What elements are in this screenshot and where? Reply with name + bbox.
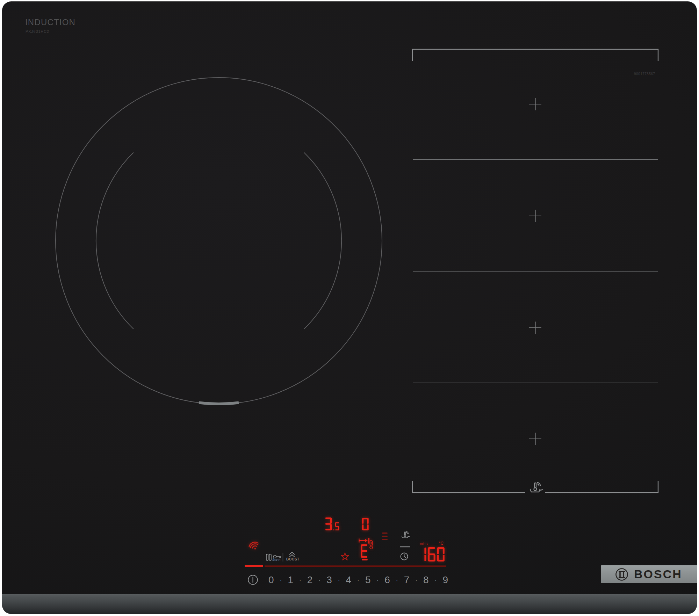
- timer-unit-min-s: min s: [420, 542, 428, 545]
- scale-dot: ·: [299, 576, 301, 584]
- timer-unit-celsius: °C: [439, 541, 444, 546]
- bosch-badge: BOSCH: [601, 565, 697, 583]
- pan-position-arrow-icon: [359, 538, 369, 543]
- scale-dot: ·: [415, 576, 417, 584]
- power-slider-track[interactable]: [265, 566, 446, 567]
- left-zone-inner-arc-right: [304, 153, 341, 329]
- scale-dot: ·: [338, 576, 340, 584]
- pause-icon[interactable]: [266, 554, 271, 560]
- sensor-level-display: [361, 544, 369, 559]
- scale-dot: ·: [396, 576, 398, 584]
- right-zone-power-display: [362, 518, 370, 532]
- power-scale[interactable]: 0·1·2·3·4·5·6·7·8·9: [268, 574, 448, 586]
- boost-label[interactable]: BOOST: [286, 557, 300, 561]
- bosch-logo-text: BOSCH: [634, 567, 682, 581]
- thermometer-icon: [370, 541, 373, 549]
- power-key-9[interactable]: 9: [442, 574, 448, 586]
- plus-icon: [529, 322, 541, 334]
- star-icon[interactable]: [341, 553, 349, 560]
- boost-chevrons-icon[interactable]: [289, 552, 295, 557]
- power-slider-level[interactable]: [245, 565, 263, 567]
- timer-display: [419, 547, 446, 563]
- power-key-2[interactable]: 2: [307, 574, 313, 586]
- power-key-0[interactable]: 0: [268, 574, 274, 586]
- reference-number: 9001778567: [634, 72, 655, 76]
- flex-zone-top-border: [412, 49, 658, 61]
- bosch-anchor-logo-icon: [615, 567, 629, 581]
- power-key-4[interactable]: 4: [346, 574, 352, 586]
- frying-sensor-pan-icon: [530, 483, 543, 492]
- power-key-3[interactable]: 3: [326, 574, 332, 586]
- power-key-7[interactable]: 7: [404, 574, 410, 586]
- power-key-5[interactable]: 5: [365, 574, 371, 586]
- power-key-8[interactable]: 8: [423, 574, 429, 586]
- wifi-icon: [248, 541, 260, 551]
- frying-sensor-key-icon[interactable]: [402, 531, 410, 538]
- pot-position-marker: [199, 403, 239, 404]
- model-label: PXJ631HC2: [26, 29, 49, 34]
- scale-dot: ·: [318, 576, 320, 584]
- residual-heat-dashes-icon: [382, 532, 388, 540]
- scale-dot: ·: [434, 576, 437, 584]
- scale-dot: ·: [280, 576, 282, 584]
- front-trim-bar: [2, 594, 697, 614]
- power-icon[interactable]: [248, 575, 257, 584]
- series-label: INDUCTION: [25, 17, 75, 27]
- power-key-6[interactable]: 6: [384, 574, 390, 586]
- clock-icon[interactable]: [401, 553, 408, 560]
- left-zone-outer-ring: [56, 78, 382, 404]
- product-photo: INDUCTION PXJ631HC2 9001778567 4sec BOOS…: [0, 0, 699, 616]
- left-zone-power-display: [325, 517, 340, 532]
- lock-hold-label: 4sec: [272, 558, 280, 562]
- scale-dot: ·: [357, 576, 359, 584]
- induction-hob: INDUCTION PXJ631HC2 9001778567 4sec BOOS…: [2, 1, 697, 614]
- power-key-1[interactable]: 1: [288, 574, 293, 586]
- scale-dot: ·: [376, 576, 379, 584]
- left-zone-inner-arc-left: [96, 153, 134, 329]
- plus-icon: [529, 433, 541, 445]
- hob-line-art: [2, 1, 697, 614]
- sensor-display-underline: [362, 559, 368, 560]
- plus-icon: [529, 98, 541, 110]
- plus-icon: [529, 210, 541, 222]
